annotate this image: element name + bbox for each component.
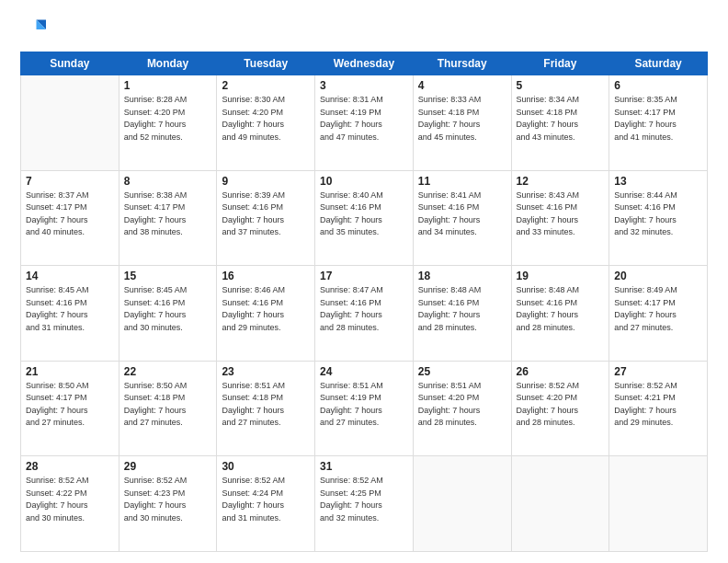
calendar-cell: 6Sunrise: 8:35 AM Sunset: 4:17 PM Daylig… bbox=[609, 75, 708, 171]
day-number: 8 bbox=[124, 175, 212, 188]
day-header-saturday: Saturday bbox=[609, 52, 708, 75]
day-info: Sunrise: 8:45 AM Sunset: 4:16 PM Dayligh… bbox=[26, 284, 114, 334]
day-info: Sunrise: 8:50 AM Sunset: 4:18 PM Dayligh… bbox=[124, 380, 212, 430]
calendar-cell: 9Sunrise: 8:39 AM Sunset: 4:16 PM Daylig… bbox=[217, 170, 315, 266]
calendar-cell: 11Sunrise: 8:41 AM Sunset: 4:16 PM Dayli… bbox=[413, 170, 511, 266]
calendar-cell: 1Sunrise: 8:28 AM Sunset: 4:20 PM Daylig… bbox=[119, 75, 217, 171]
day-info: Sunrise: 8:51 AM Sunset: 4:20 PM Dayligh… bbox=[418, 380, 506, 430]
page: SundayMondayTuesdayWednesdayThursdayFrid… bbox=[0, 0, 728, 563]
calendar-cell: 24Sunrise: 8:51 AM Sunset: 4:19 PM Dayli… bbox=[315, 361, 414, 456]
day-number: 30 bbox=[222, 460, 310, 473]
day-info: Sunrise: 8:48 AM Sunset: 4:16 PM Dayligh… bbox=[418, 284, 506, 334]
day-number: 24 bbox=[320, 365, 408, 378]
day-header-tuesday: Tuesday bbox=[217, 52, 315, 75]
logo-icon bbox=[20, 17, 46, 42]
day-number: 12 bbox=[517, 175, 605, 188]
calendar-cell: 12Sunrise: 8:43 AM Sunset: 4:16 PM Dayli… bbox=[511, 170, 609, 266]
calendar-table: SundayMondayTuesdayWednesdayThursdayFrid… bbox=[20, 52, 708, 552]
day-number: 18 bbox=[418, 270, 506, 282]
calendar-cell: 13Sunrise: 8:44 AM Sunset: 4:16 PM Dayli… bbox=[609, 170, 708, 266]
calendar-cell: 3Sunrise: 8:31 AM Sunset: 4:19 PM Daylig… bbox=[315, 75, 414, 171]
day-info: Sunrise: 8:52 AM Sunset: 4:25 PM Dayligh… bbox=[320, 475, 408, 524]
day-info: Sunrise: 8:43 AM Sunset: 4:16 PM Dayligh… bbox=[517, 190, 605, 239]
header bbox=[20, 17, 708, 42]
calendar-week-row: 7Sunrise: 8:37 AM Sunset: 4:17 PM Daylig… bbox=[21, 170, 708, 266]
day-header-monday: Monday bbox=[119, 52, 217, 75]
day-header-friday: Friday bbox=[511, 52, 609, 75]
day-header-wednesday: Wednesday bbox=[315, 52, 414, 75]
day-number: 1 bbox=[124, 79, 212, 92]
day-info: Sunrise: 8:52 AM Sunset: 4:24 PM Dayligh… bbox=[222, 475, 310, 524]
calendar-cell: 14Sunrise: 8:45 AM Sunset: 4:16 PM Dayli… bbox=[21, 266, 119, 362]
day-number: 7 bbox=[26, 175, 114, 188]
day-info: Sunrise: 8:51 AM Sunset: 4:18 PM Dayligh… bbox=[222, 380, 310, 430]
day-info: Sunrise: 8:33 AM Sunset: 4:18 PM Dayligh… bbox=[418, 94, 506, 144]
day-number: 29 bbox=[124, 460, 212, 473]
day-info: Sunrise: 8:52 AM Sunset: 4:20 PM Dayligh… bbox=[517, 380, 605, 430]
calendar-cell bbox=[511, 456, 609, 552]
calendar-cell bbox=[413, 456, 511, 552]
day-number: 25 bbox=[418, 365, 506, 378]
day-info: Sunrise: 8:40 AM Sunset: 4:16 PM Dayligh… bbox=[320, 190, 408, 239]
day-info: Sunrise: 8:51 AM Sunset: 4:19 PM Dayligh… bbox=[320, 380, 408, 430]
day-number: 16 bbox=[222, 270, 310, 282]
calendar-cell: 7Sunrise: 8:37 AM Sunset: 4:17 PM Daylig… bbox=[21, 170, 119, 266]
day-number: 22 bbox=[124, 365, 212, 378]
day-info: Sunrise: 8:46 AM Sunset: 4:16 PM Dayligh… bbox=[222, 284, 310, 334]
day-number: 31 bbox=[320, 460, 408, 473]
calendar-cell bbox=[21, 75, 119, 171]
calendar-cell: 18Sunrise: 8:48 AM Sunset: 4:16 PM Dayli… bbox=[413, 266, 511, 362]
calendar-week-row: 21Sunrise: 8:50 AM Sunset: 4:17 PM Dayli… bbox=[21, 361, 708, 456]
day-number: 6 bbox=[614, 79, 702, 92]
day-number: 11 bbox=[418, 175, 506, 188]
day-number: 27 bbox=[614, 365, 702, 378]
calendar-cell: 4Sunrise: 8:33 AM Sunset: 4:18 PM Daylig… bbox=[413, 75, 511, 171]
day-number: 23 bbox=[222, 365, 310, 378]
calendar-cell: 27Sunrise: 8:52 AM Sunset: 4:21 PM Dayli… bbox=[609, 361, 708, 456]
calendar-cell: 5Sunrise: 8:34 AM Sunset: 4:18 PM Daylig… bbox=[511, 75, 609, 171]
day-number: 15 bbox=[124, 270, 212, 282]
day-number: 2 bbox=[222, 79, 310, 92]
day-info: Sunrise: 8:44 AM Sunset: 4:16 PM Dayligh… bbox=[614, 190, 702, 239]
day-number: 26 bbox=[517, 365, 605, 378]
calendar-cell: 19Sunrise: 8:48 AM Sunset: 4:16 PM Dayli… bbox=[511, 266, 609, 362]
calendar-week-row: 14Sunrise: 8:45 AM Sunset: 4:16 PM Dayli… bbox=[21, 266, 708, 362]
day-number: 9 bbox=[222, 175, 310, 188]
calendar-cell: 2Sunrise: 8:30 AM Sunset: 4:20 PM Daylig… bbox=[217, 75, 315, 171]
calendar-cell: 22Sunrise: 8:50 AM Sunset: 4:18 PM Dayli… bbox=[119, 361, 217, 456]
day-info: Sunrise: 8:52 AM Sunset: 4:22 PM Dayligh… bbox=[26, 475, 114, 524]
calendar-cell: 20Sunrise: 8:49 AM Sunset: 4:17 PM Dayli… bbox=[609, 266, 708, 362]
day-info: Sunrise: 8:34 AM Sunset: 4:18 PM Dayligh… bbox=[517, 94, 605, 144]
day-info: Sunrise: 8:48 AM Sunset: 4:16 PM Dayligh… bbox=[517, 284, 605, 334]
day-info: Sunrise: 8:31 AM Sunset: 4:19 PM Dayligh… bbox=[320, 94, 408, 144]
day-info: Sunrise: 8:50 AM Sunset: 4:17 PM Dayligh… bbox=[26, 380, 114, 430]
calendar-cell: 10Sunrise: 8:40 AM Sunset: 4:16 PM Dayli… bbox=[315, 170, 414, 266]
day-info: Sunrise: 8:37 AM Sunset: 4:17 PM Dayligh… bbox=[26, 190, 114, 239]
calendar-cell: 29Sunrise: 8:52 AM Sunset: 4:23 PM Dayli… bbox=[119, 456, 217, 552]
day-info: Sunrise: 8:30 AM Sunset: 4:20 PM Dayligh… bbox=[222, 94, 310, 144]
day-info: Sunrise: 8:52 AM Sunset: 4:23 PM Dayligh… bbox=[124, 475, 212, 524]
calendar-week-row: 28Sunrise: 8:52 AM Sunset: 4:22 PM Dayli… bbox=[21, 456, 708, 552]
calendar-header-row: SundayMondayTuesdayWednesdayThursdayFrid… bbox=[21, 52, 708, 75]
day-number: 19 bbox=[517, 270, 605, 282]
day-info: Sunrise: 8:49 AM Sunset: 4:17 PM Dayligh… bbox=[614, 284, 702, 334]
calendar-cell: 21Sunrise: 8:50 AM Sunset: 4:17 PM Dayli… bbox=[21, 361, 119, 456]
day-header-thursday: Thursday bbox=[413, 52, 511, 75]
day-header-sunday: Sunday bbox=[21, 52, 119, 75]
day-number: 13 bbox=[614, 175, 702, 188]
day-info: Sunrise: 8:47 AM Sunset: 4:16 PM Dayligh… bbox=[320, 284, 408, 334]
day-number: 28 bbox=[26, 460, 114, 473]
day-number: 3 bbox=[320, 79, 408, 92]
calendar-cell: 30Sunrise: 8:52 AM Sunset: 4:24 PM Dayli… bbox=[217, 456, 315, 552]
calendar-cell: 28Sunrise: 8:52 AM Sunset: 4:22 PM Dayli… bbox=[21, 456, 119, 552]
day-number: 4 bbox=[418, 79, 506, 92]
calendar-cell: 17Sunrise: 8:47 AM Sunset: 4:16 PM Dayli… bbox=[315, 266, 414, 362]
calendar-cell: 25Sunrise: 8:51 AM Sunset: 4:20 PM Dayli… bbox=[413, 361, 511, 456]
day-number: 17 bbox=[320, 270, 408, 282]
day-number: 5 bbox=[517, 79, 605, 92]
calendar-cell: 26Sunrise: 8:52 AM Sunset: 4:20 PM Dayli… bbox=[511, 361, 609, 456]
calendar-cell: 8Sunrise: 8:38 AM Sunset: 4:17 PM Daylig… bbox=[119, 170, 217, 266]
day-number: 20 bbox=[614, 270, 702, 282]
day-info: Sunrise: 8:28 AM Sunset: 4:20 PM Dayligh… bbox=[124, 94, 212, 144]
day-info: Sunrise: 8:39 AM Sunset: 4:16 PM Dayligh… bbox=[222, 190, 310, 239]
